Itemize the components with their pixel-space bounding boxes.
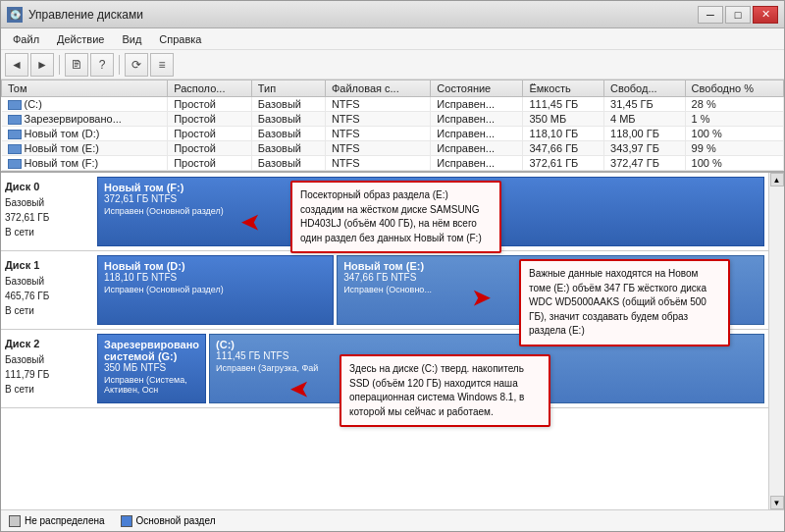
disk-size: 372,61 ГБ (5, 212, 49, 223)
volume-icon (8, 115, 22, 125)
scroll-up-arrow[interactable]: ▲ (770, 173, 784, 186)
window-controls: ─ □ ✕ (698, 6, 778, 24)
callout-disk2: Здесь на диске (С:) тверд. накопитель SS… (340, 354, 550, 427)
extra-button[interactable]: ≡ (150, 53, 174, 77)
table-cell: Простой (168, 97, 252, 112)
volume-icon (8, 159, 22, 169)
refresh-button[interactable]: ⟳ (125, 53, 148, 77)
scroll-down-arrow[interactable]: ▼ (770, 496, 784, 509)
disk-area[interactable]: Диск 0 Базовый 372,61 ГБ В сети Новый то… (1, 173, 768, 509)
table-cell: Исправен... (431, 112, 523, 127)
disk1-arrow: ➤ (472, 286, 490, 311)
table-row[interactable]: Новый том (F:)ПростойБазовыйNTFSИсправен… (2, 156, 784, 171)
partition-name: Новый том (D:) (104, 260, 327, 272)
table-cell: 347,66 ГБ (523, 141, 604, 156)
volumes-table: Том Располо... Тип Файловая с... Состоян… (1, 80, 784, 171)
legend-primary-box (121, 515, 132, 527)
help-button[interactable]: ? (90, 53, 114, 77)
volume-icon (8, 100, 22, 110)
vertical-scrollbar[interactable]: ▲ ▼ (768, 173, 784, 509)
col-status: Состояние (431, 80, 523, 97)
table-cell: Зарезервировано... (2, 112, 168, 127)
legend-unallocated-label: Не распределена (25, 515, 105, 526)
table-cell: 4 МБ (604, 112, 686, 127)
table-cell: 118,00 ГБ (604, 127, 686, 141)
volume-icon (8, 144, 22, 154)
menu-view[interactable]: Вид (114, 31, 149, 47)
table-cell: Простой (168, 156, 252, 171)
menu-action[interactable]: Действие (49, 31, 112, 47)
app-icon: 💽 (7, 7, 23, 23)
table-header-row: Том Располо... Тип Файловая с... Состоян… (2, 80, 784, 97)
disk-size: 111,79 ГБ (5, 369, 49, 380)
table-cell: NTFS (325, 156, 430, 171)
volume-icon (8, 130, 22, 139)
col-layout: Располо... (168, 80, 252, 97)
main-window: 💽 Управление дисками ─ □ ✕ Файл Действие… (0, 0, 785, 532)
table-cell: Исправен... (431, 97, 523, 112)
title-bar-left: 💽 Управление дисками (7, 7, 143, 23)
volumes-tbody: (C:)ПростойБазовыйNTFSИсправен...111,45 … (2, 97, 784, 171)
table-cell: NTFS (325, 127, 430, 141)
title-bar: 💽 Управление дисками ─ □ ✕ (1, 1, 784, 28)
disk0-arrow: ➤ (241, 210, 259, 236)
menu-file[interactable]: Файл (5, 31, 47, 47)
legend: Не распределена Основной раздел (1, 509, 784, 531)
disk-info: Диск 0 Базовый 372,61 ГБ В сети (5, 177, 93, 246)
table-cell: 100 % (685, 156, 783, 171)
partition[interactable]: Новый том (D:) 118,10 ГБ NTFS Исправен (… (97, 255, 334, 325)
back-button[interactable]: ◄ (5, 53, 28, 77)
table-cell: Новый том (E:) (2, 141, 168, 156)
table-cell: Базовый (251, 141, 325, 156)
legend-unallocated-box (9, 515, 21, 527)
table-cell: 100 % (685, 127, 783, 141)
table-cell: 372,47 ГБ (604, 156, 686, 171)
partition[interactable]: Зарезервировано системой (G:) 350 МБ NTF… (97, 334, 206, 403)
partition-name: Зарезервировано системой (G:) (104, 339, 199, 362)
table-cell: 372,61 ГБ (523, 156, 604, 171)
table-cell: Базовый (251, 97, 325, 112)
table-row[interactable]: (C:)ПростойБазовыйNTFSИсправен...111,45 … (2, 97, 784, 112)
table-cell: NTFS (325, 141, 430, 156)
callout-disk1: Важные данные находятся на Новом томе (E… (519, 259, 730, 346)
partition-status: Исправен (Система, Активен, Осн (104, 375, 199, 395)
toolbar-separator-1 (59, 55, 60, 75)
col-type: Тип (251, 80, 325, 97)
menu-bar: Файл Действие Вид Справка (1, 28, 784, 50)
disk-type: Базовый (5, 276, 44, 287)
table-cell: Исправен... (431, 127, 523, 141)
table-cell: Базовый (251, 156, 325, 171)
table-cell: Простой (168, 141, 252, 156)
table-cell: Базовый (251, 112, 325, 127)
forward-button[interactable]: ► (30, 53, 54, 77)
toolbar-separator-2 (119, 55, 120, 75)
table-cell: 343,97 ГБ (604, 141, 686, 156)
menu-help[interactable]: Справка (151, 31, 209, 47)
table-cell: 28 % (685, 97, 783, 112)
table-cell: Базовый (251, 127, 325, 141)
table-cell: Простой (168, 127, 252, 141)
disk-type: Базовый (5, 197, 44, 208)
disk-status: В сети (5, 305, 34, 316)
disk-label: Диск 2 (5, 338, 39, 349)
disk-status: В сети (5, 227, 34, 238)
disk-label: Диск 0 (5, 181, 39, 192)
table-cell: NTFS (325, 97, 430, 112)
table-cell: 99 % (685, 141, 783, 156)
disk-type: Базовый (5, 354, 44, 365)
minimize-button[interactable]: ─ (698, 6, 723, 24)
table-row[interactable]: Новый том (D:)ПростойБазовыйNTFSИсправен… (2, 127, 784, 141)
table-row[interactable]: Зарезервировано...ПростойБазовыйNTFSИспр… (2, 112, 784, 127)
legend-primary: Основной раздел (121, 515, 216, 527)
toolbar: ◄ ► 🖹 ? ⟳ ≡ (1, 50, 784, 80)
partition-size: 350 МБ NTFS (104, 362, 199, 373)
properties-button[interactable]: 🖹 (65, 53, 88, 77)
table-cell: 350 МБ (523, 112, 604, 127)
callout-disk0: Посекторный образ раздела (E:) создадим … (290, 181, 501, 253)
maximize-button[interactable]: □ (725, 6, 751, 24)
close-button[interactable]: ✕ (753, 6, 778, 24)
legend-unallocated: Не распределена (9, 515, 105, 527)
table-cell: Исправен... (431, 141, 523, 156)
volumes-table-container[interactable]: Том Располо... Тип Файловая с... Состоян… (1, 80, 784, 173)
table-row[interactable]: Новый том (E:)ПростойБазовыйNTFSИсправен… (2, 141, 784, 156)
